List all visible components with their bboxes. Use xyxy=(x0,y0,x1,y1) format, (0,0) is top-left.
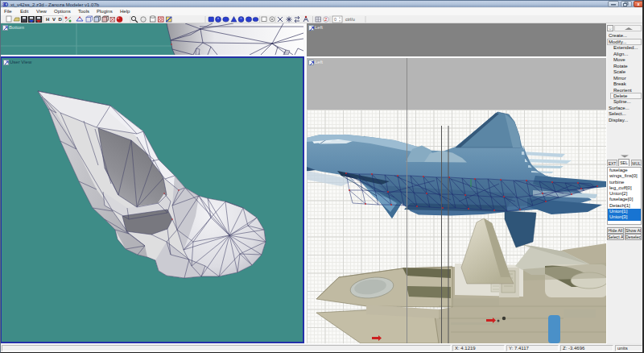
svg-text:D: D xyxy=(59,17,63,22)
svg-text:ctrl/u: ctrl/u xyxy=(345,17,355,22)
svg-text:0: 0 xyxy=(334,17,336,22)
svg-text:H: H xyxy=(46,17,49,22)
svg-text:V: V xyxy=(52,17,56,22)
